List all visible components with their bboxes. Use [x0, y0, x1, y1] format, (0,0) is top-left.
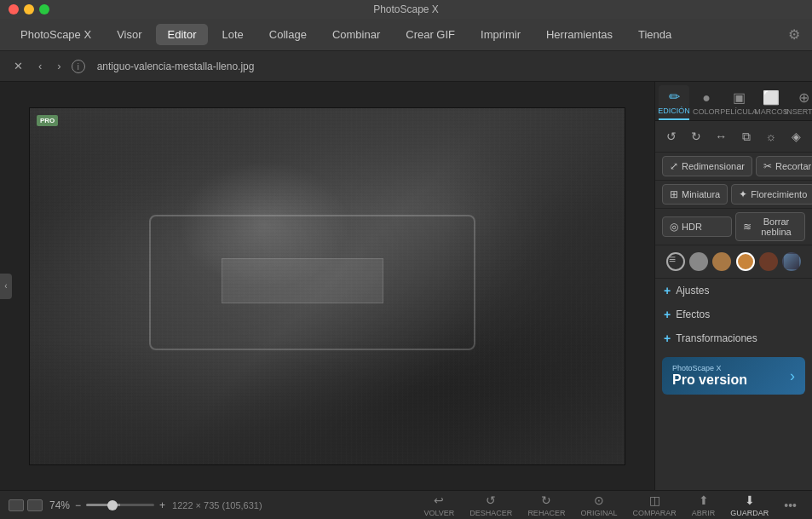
zoom-controls: 74% − +: [49, 499, 165, 511]
left-panel-handle[interactable]: ‹: [0, 274, 12, 299]
bottom-actions: ↩ VOLVER ↺ DESHACER ↻ REHACER ⊙ ORIGINAL…: [418, 492, 804, 519]
volver-icon: ↩: [434, 493, 444, 507]
filename-label: antiguo-valencia-mestalla-lleno.jpg: [97, 61, 255, 72]
menu-item-imprimir[interactable]: Imprimir: [469, 24, 533, 45]
maximize-button[interactable]: [39, 4, 49, 14]
efectos-plus-icon: +: [664, 308, 671, 321]
recortar-button[interactable]: ✂ Recortar: [756, 156, 812, 176]
ajustes-label: Ajustes: [676, 285, 709, 297]
flip-horizontal-icon[interactable]: ↔: [711, 126, 731, 147]
tab-edicion[interactable]: ✏ EDICIÓN: [659, 85, 689, 120]
status-icons: [9, 499, 43, 511]
marcos-tab-label: MARCOS: [754, 107, 788, 116]
redimensionar-button[interactable]: ⤢ Redimensionar: [662, 156, 752, 176]
rotate-right-icon[interactable]: ↻: [686, 126, 706, 147]
miniatura-button[interactable]: ⊞ Miniatura: [662, 184, 728, 205]
filter-circles: [655, 245, 812, 279]
marcos-tab-icon: ⬜: [763, 89, 780, 106]
toolbar: ✕ ‹ › i antiguo-valencia-mestalla-lleno.…: [0, 51, 812, 82]
tab-color[interactable]: ● COLOR: [691, 87, 722, 119]
filter-gray[interactable]: [689, 252, 708, 271]
crop-icon[interactable]: ⧉: [736, 126, 757, 147]
photo-texture: [30, 108, 625, 464]
borrar-neblina-button[interactable]: ≋ Borrar neblina: [735, 212, 805, 241]
menu-item-herramientas[interactable]: Herramientas: [534, 24, 625, 45]
comparar-label: COMPARAR: [632, 509, 676, 517]
hdr-button[interactable]: ◎ HDR: [662, 216, 732, 237]
zoom-slider[interactable]: [86, 504, 154, 506]
panel-btn-row-1: ⤢ Redimensionar ✂ Recortar: [655, 153, 812, 181]
recortar-icon: ✂: [763, 160, 772, 172]
prev-file-button[interactable]: ‹: [33, 56, 47, 76]
zoom-out-button[interactable]: −: [75, 499, 81, 511]
rotate-left-icon[interactable]: ↺: [661, 126, 682, 147]
volver-button[interactable]: ↩ VOLVER: [418, 492, 462, 519]
miniatura-icon: ⊞: [670, 188, 678, 200]
menu-item-crear-gif[interactable]: Crear GIF: [394, 24, 467, 45]
filter-orange[interactable]: [736, 252, 755, 271]
abrir-icon: ⬆: [699, 493, 709, 507]
edicion-tab-label: EDICIÓN: [658, 107, 690, 115]
tab-marcos[interactable]: ⬜ MARCOS: [756, 86, 786, 119]
menu-item-editor[interactable]: Editor: [156, 24, 209, 45]
image-dimensions: 1222 × 735 (105,631): [172, 500, 262, 510]
status-icon-2[interactable]: [27, 499, 43, 511]
close-button[interactable]: [9, 4, 19, 14]
minimize-button[interactable]: [24, 4, 34, 14]
section-transformaciones[interactable]: + Transformaciones: [655, 326, 812, 350]
menu-item-combinar[interactable]: Combinar: [320, 24, 392, 45]
color-tab-icon: ●: [702, 90, 711, 106]
pro-banner[interactable]: PhotoScape X Pro version ›: [662, 357, 805, 395]
menu-item-photoscape[interactable]: PhotoScape X: [9, 24, 103, 45]
filter-brown[interactable]: [759, 252, 778, 271]
abrir-label: ABRIR: [692, 509, 716, 517]
photo-image: [30, 108, 625, 464]
guardar-button[interactable]: ⬇ GUARDAR: [723, 492, 775, 519]
florecimiento-button[interactable]: ✦ Florecimiento: [731, 184, 812, 205]
more-button[interactable]: •••: [777, 497, 803, 514]
panel-btn-row-2: ⊞ Miniatura ✦ Florecimiento: [655, 181, 812, 209]
menu-item-lote[interactable]: Lote: [210, 24, 255, 45]
florecimiento-icon: ✦: [739, 188, 747, 200]
deshacer-button[interactable]: ↺ DESHACER: [463, 492, 519, 519]
menu-item-visor[interactable]: Visor: [105, 24, 153, 45]
guardar-icon: ⬇: [745, 493, 755, 507]
info-icon[interactable]: i: [72, 60, 85, 73]
menu-item-tienda[interactable]: Tienda: [626, 24, 683, 45]
transformaciones-label: Transformaciones: [676, 332, 757, 344]
edicion-tab-icon: ✏: [669, 89, 680, 105]
brightness-icon[interactable]: ☼: [761, 126, 781, 147]
more-icon: •••: [784, 499, 797, 512]
auto-icon[interactable]: ◈: [786, 126, 806, 147]
comparar-button[interactable]: ◫ COMPARAR: [625, 492, 682, 519]
main-area: ‹ PRO ✏ EDICIÓN ● COL: [0, 82, 812, 490]
status-icon-1[interactable]: [9, 499, 24, 511]
tab-insertar[interactable]: ⊕ INSERTAR: [788, 86, 812, 119]
rehacer-button[interactable]: ↻ REHACER: [521, 492, 572, 519]
pelicula-tab-icon: ▣: [733, 89, 746, 106]
tool-icons-row: ↺ ↻ ↔ ⧉ ☼ ◈: [655, 121, 812, 153]
pro-banner-text: PhotoScape X Pro version: [672, 364, 747, 388]
settings-gear-icon[interactable]: ⚙: [785, 23, 803, 46]
close-file-button[interactable]: ✕: [9, 56, 28, 76]
filter-warm[interactable]: [712, 252, 731, 271]
abrir-button[interactable]: ⬆ ABRIR: [685, 492, 723, 519]
miniatura-label: Miniatura: [682, 189, 720, 199]
photo-canvas: PRO: [29, 107, 625, 465]
original-button[interactable]: ⊙ ORIGINAL: [573, 492, 624, 519]
section-efectos[interactable]: + Efectos: [655, 303, 812, 326]
hdr-label: HDR: [682, 222, 702, 232]
pro-badge: PRO: [37, 115, 58, 126]
topbar-right: ⚙: [785, 23, 803, 46]
filter-drop[interactable]: [782, 252, 801, 271]
borrar-neblina-label: Borrar neblina: [755, 216, 798, 237]
ajustes-plus-icon: +: [664, 284, 671, 297]
tab-pelicula[interactable]: ▣ PELÍCULA: [723, 86, 754, 119]
section-ajustes[interactable]: + Ajustes: [655, 279, 812, 303]
zoom-in-button[interactable]: +: [159, 499, 165, 511]
menu-item-collage[interactable]: Collage: [257, 24, 319, 45]
deshacer-icon: ↺: [486, 493, 496, 507]
next-file-button[interactable]: ›: [52, 56, 66, 76]
deshacer-label: DESHACER: [469, 509, 512, 517]
filter-lines[interactable]: [666, 252, 685, 271]
